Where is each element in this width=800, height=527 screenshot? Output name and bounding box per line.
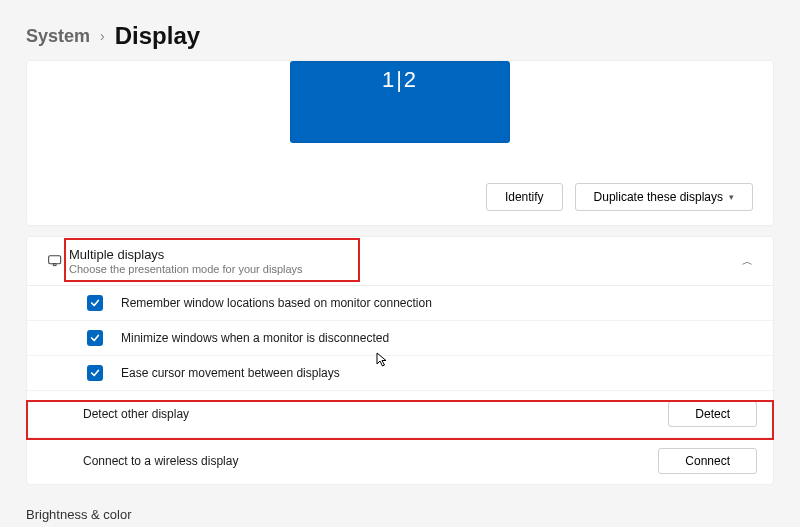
checkbox-minimize[interactable]	[87, 330, 103, 346]
option-ease-label: Ease cursor movement between displays	[121, 366, 340, 380]
brightness-section-title: Brightness & color	[0, 485, 800, 526]
identify-button[interactable]: Identify	[486, 183, 563, 211]
option-remember-locations[interactable]: Remember window locations based on monit…	[27, 286, 773, 321]
projection-mode-dropdown[interactable]: Duplicate these displays ▾	[575, 183, 753, 211]
monitor-tile-label: 1|2	[382, 63, 418, 93]
expander-title: Multiple displays	[69, 247, 738, 262]
wireless-label: Connect to a wireless display	[83, 454, 238, 468]
option-remember-label: Remember window locations based on monit…	[121, 296, 432, 310]
breadcrumb: System › Display	[0, 0, 800, 60]
svg-rect-0	[49, 256, 61, 264]
chevron-up-icon[interactable]: ︿	[738, 250, 757, 273]
option-minimize-disconnect[interactable]: Minimize windows when a monitor is disco…	[27, 321, 773, 356]
option-detect-display: Detect other display Detect	[27, 391, 773, 438]
svg-rect-1	[53, 264, 56, 266]
option-wireless-display: Connect to a wireless display Connect	[27, 438, 773, 484]
monitor-tile[interactable]: 1|2	[290, 61, 510, 143]
projector-icon	[43, 255, 69, 267]
option-ease-cursor[interactable]: Ease cursor movement between displays	[27, 356, 773, 391]
connect-button[interactable]: Connect	[658, 448, 757, 474]
projection-mode-label: Duplicate these displays	[594, 190, 723, 204]
checkbox-remember[interactable]	[87, 295, 103, 311]
display-arrangement-panel: 1|2 Identify Duplicate these displays ▾	[26, 60, 774, 226]
breadcrumb-system[interactable]: System	[26, 26, 90, 47]
detect-button[interactable]: Detect	[668, 401, 757, 427]
multiple-displays-header[interactable]: Multiple displays Choose the presentatio…	[27, 237, 773, 285]
option-minimize-label: Minimize windows when a monitor is disco…	[121, 331, 389, 345]
checkbox-ease[interactable]	[87, 365, 103, 381]
chevron-right-icon: ›	[100, 28, 105, 44]
multiple-displays-options: Remember window locations based on monit…	[27, 285, 773, 484]
detect-label: Detect other display	[83, 407, 189, 421]
chevron-down-icon: ▾	[729, 192, 734, 202]
multiple-displays-expander: Multiple displays Choose the presentatio…	[26, 236, 774, 485]
page-title: Display	[115, 22, 200, 50]
identify-button-label: Identify	[505, 190, 544, 204]
expander-subtitle: Choose the presentation mode for your di…	[69, 263, 738, 275]
